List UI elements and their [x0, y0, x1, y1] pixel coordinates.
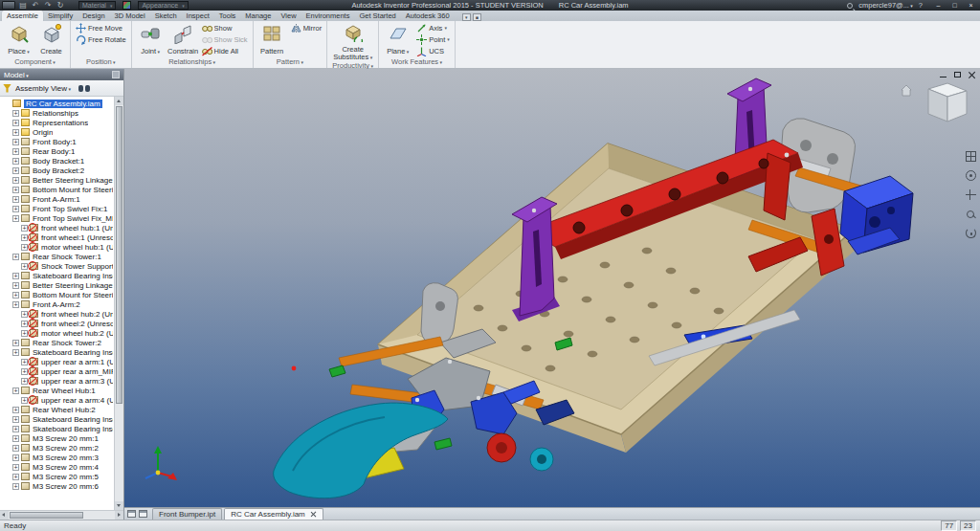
- expander-icon[interactable]: +: [12, 187, 19, 193]
- scroll-right-icon[interactable]: [115, 511, 123, 520]
- tree-item[interactable]: + Front Body:1: [1, 137, 113, 146]
- tree-item[interactable]: + front wheel hub:2 (Unresolved): [1, 309, 113, 319]
- browser-header-label[interactable]: Model: [4, 71, 29, 79]
- pattern-group-label[interactable]: Pattern: [254, 57, 327, 68]
- ribbon-tab[interactable]: Simplify: [43, 11, 78, 21]
- tree-item[interactable]: + Better Steering Linkage:2: [1, 280, 113, 290]
- constrain-button[interactable]: Constrain: [167, 22, 199, 55]
- material-dropdown[interactable]: Material: [78, 1, 116, 10]
- work-features-group-label[interactable]: Work Features: [379, 57, 455, 68]
- tree-item[interactable]: + upper rear a arm:3 (Unresolved): [1, 376, 113, 386]
- doc-minimize-icon[interactable]: [939, 71, 947, 78]
- expander-icon[interactable]: +: [21, 263, 28, 270]
- tree-item[interactable]: + front wheel:2 (Unresolved): [1, 319, 113, 328]
- expander-icon[interactable]: +: [12, 426, 19, 432]
- expander-icon[interactable]: +: [12, 167, 19, 174]
- document-tab[interactable]: Front Bumper.ipt: [152, 508, 222, 520]
- tree-item[interactable]: + Front A-Arm:2: [1, 299, 113, 309]
- search-icon[interactable]: [847, 3, 853, 9]
- free-move-button[interactable]: Free Move: [74, 22, 128, 33]
- model-3d-view[interactable]: [124, 69, 980, 507]
- ribbon-tab[interactable]: View: [276, 11, 301, 21]
- pattern-button[interactable]: Pattern: [256, 22, 288, 55]
- expander-icon[interactable]: +: [12, 407, 19, 413]
- ribbon-tab[interactable]: Environments: [301, 11, 355, 21]
- viewport[interactable]: [124, 69, 980, 507]
- tree-item[interactable]: + Shock Tower Support (2):1 (Unres...: [1, 261, 113, 271]
- show-sick-button[interactable]: Show Sick: [200, 33, 250, 45]
- expander-icon[interactable]: +: [21, 378, 28, 385]
- tree-item[interactable]: + motor wheel hub:1 (Unresolved): [1, 242, 113, 252]
- tree-item[interactable]: + M3 Screw 20 mm:2: [1, 443, 113, 453]
- browser-header[interactable]: Model: [0, 69, 123, 80]
- expander-icon[interactable]: +: [21, 321, 28, 327]
- browser-horizontal-scrollbar[interactable]: [0, 510, 123, 520]
- expander-icon[interactable]: +: [12, 139, 19, 145]
- filter-icon[interactable]: [3, 84, 11, 93]
- expander-icon[interactable]: +: [12, 301, 19, 308]
- expander-icon[interactable]: +: [21, 311, 28, 318]
- tree-item[interactable]: + Skateboard Bearing Insert:4: [1, 424, 113, 433]
- expander-icon[interactable]: +: [12, 177, 19, 184]
- expander-icon[interactable]: +: [12, 435, 19, 442]
- doc-restore-icon[interactable]: [953, 71, 962, 78]
- navigation-wheel-icon[interactable]: [963, 168, 978, 183]
- tree-item[interactable]: + Rear Wheel Hub:1: [1, 386, 113, 395]
- ribbon-tab[interactable]: Get Started: [354, 11, 400, 21]
- tree-item[interactable]: + Representations: [1, 118, 113, 127]
- expander-icon[interactable]: +: [12, 349, 19, 356]
- hscrollbar-thumb[interactable]: [10, 512, 83, 519]
- position-group-label[interactable]: Position: [71, 57, 131, 68]
- appearance-dropdown[interactable]: Appearance: [138, 1, 188, 10]
- color-swatch-icon[interactable]: [122, 1, 131, 10]
- relationships-group-label[interactable]: Relationships: [132, 57, 253, 68]
- expander-icon[interactable]: +: [12, 120, 19, 126]
- view-cube[interactable]: [898, 80, 970, 142]
- tree-item[interactable]: + Bottom Mount for Steering.stl:1: [1, 185, 113, 194]
- tree-item[interactable]: + M3 Screw 20 mm:3: [1, 453, 113, 462]
- hide-all-button[interactable]: Hide All: [200, 45, 250, 56]
- expander-icon[interactable]: +: [12, 387, 19, 394]
- expander-icon[interactable]: +: [12, 273, 19, 279]
- expander-icon[interactable]: +: [21, 225, 28, 232]
- doc-close-icon[interactable]: [968, 71, 976, 78]
- ribbon-tab[interactable]: Manage: [240, 11, 276, 21]
- create-substitutes-button[interactable]: Create Substitutes: [330, 22, 375, 61]
- expander-icon[interactable]: +: [12, 206, 19, 212]
- create-button[interactable]: Create: [35, 22, 67, 55]
- expander-icon[interactable]: +: [21, 234, 28, 241]
- tree-item[interactable]: + Front Top Swivel Fix_MIR:1: [1, 213, 113, 223]
- expander-icon[interactable]: +: [21, 244, 28, 251]
- ribbon-tab[interactable]: Sketch: [150, 11, 182, 21]
- tab-close-icon[interactable]: [310, 511, 317, 518]
- tree-item[interactable]: + Rear Wheel Hub:2: [1, 405, 113, 414]
- tree-item[interactable]: + Front A-Arm:1: [1, 194, 113, 204]
- ucs-button[interactable]: UCS: [414, 45, 452, 56]
- ribbon-tab[interactable]: Design: [78, 11, 109, 21]
- scroll-down-icon[interactable]: [115, 501, 123, 510]
- expander-icon[interactable]: +: [12, 416, 19, 423]
- free-rotate-button[interactable]: Free Rotate: [74, 33, 128, 45]
- ribbon-tab[interactable]: Autodesk 360: [401, 11, 455, 21]
- expander-icon[interactable]: +: [21, 368, 28, 375]
- tree-item[interactable]: + M3 Screw 20 mm:4: [1, 462, 113, 472]
- scroll-up-icon[interactable]: [115, 97, 123, 105]
- orbit-icon[interactable]: [963, 226, 978, 240]
- find-icon[interactable]: [78, 85, 91, 92]
- expander-icon[interactable]: +: [12, 282, 19, 289]
- redo-icon[interactable]: [43, 1, 53, 10]
- undo-icon[interactable]: [31, 1, 40, 10]
- expander-icon[interactable]: +: [12, 292, 19, 299]
- app-logo-icon[interactable]: [2, 1, 15, 10]
- plane-button[interactable]: Plane: [382, 22, 413, 55]
- mirror-button[interactable]: Mirror: [289, 22, 324, 33]
- maximize-button[interactable]: □: [947, 0, 963, 11]
- browser-options-icon[interactable]: [112, 71, 120, 78]
- tree-item[interactable]: + upper rear a arm_MIR:1 (Unresolv...: [1, 366, 113, 376]
- scrollbar-thumb[interactable]: [116, 106, 122, 404]
- tree-item[interactable]: + Skateboard Bearing Insert:2: [1, 347, 113, 357]
- tree-item[interactable]: + Relationships: [1, 108, 113, 118]
- user-account-menu[interactable]: cmpercle97@...: [858, 1, 913, 10]
- expander-icon[interactable]: +: [21, 330, 28, 337]
- toolbar-pin-icon[interactable]: ■: [473, 13, 481, 21]
